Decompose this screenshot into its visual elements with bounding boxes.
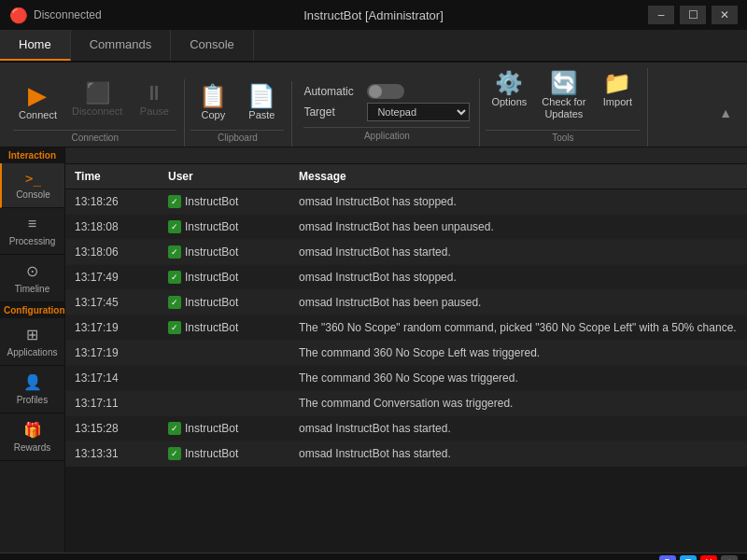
import-icon: 📁 bbox=[603, 72, 631, 94]
row-message: omsad InstructBot has started. bbox=[299, 245, 738, 259]
log-table[interactable]: Time User Message 13:18:26✓InstructBotom… bbox=[65, 164, 747, 553]
copy-button[interactable]: 📋 Copy bbox=[190, 81, 235, 124]
connect-label: Connect bbox=[19, 109, 57, 120]
processing-label: Processing bbox=[9, 236, 55, 246]
sidebar-section-configuration: Configuration bbox=[0, 302, 64, 318]
applications-icon: ⊞ bbox=[26, 326, 38, 343]
row-time: 13:18:08 bbox=[75, 220, 168, 233]
sidebar: Interaction >_ Console ≡ Processing ⊙ Ti… bbox=[0, 147, 65, 553]
row-time: 13:18:26 bbox=[75, 195, 168, 208]
application-group-label: Application bbox=[303, 127, 470, 141]
row-username: InstructBot bbox=[185, 321, 238, 334]
row-user: ✓InstructBot bbox=[168, 220, 299, 233]
row-user: ✓InstructBot bbox=[168, 195, 299, 208]
verified-check-icon: ✓ bbox=[168, 245, 181, 259]
row-username: InstructBot bbox=[185, 195, 238, 208]
pause-icon: ⏸ bbox=[144, 83, 164, 104]
title-bar-title: InstructBot [Administrator] bbox=[303, 8, 444, 22]
row-message: The command 360 No Scope was triggered. bbox=[299, 371, 738, 385]
console-label: Console bbox=[16, 189, 50, 200]
status-bar-icons: D T Y ⚙ bbox=[659, 555, 738, 560]
row-time: 13:13:31 bbox=[75, 447, 168, 460]
table-row: 13:17:11The command Conversation was tri… bbox=[65, 391, 747, 416]
tab-console[interactable]: Console bbox=[171, 30, 254, 61]
check-updates-button[interactable]: 🔄 Check forUpdates bbox=[536, 68, 591, 124]
row-time: 13:17:49 bbox=[75, 271, 168, 284]
check-updates-label: Check forUpdates bbox=[542, 96, 585, 120]
pause-button[interactable]: ⏸ Pause bbox=[132, 79, 176, 124]
row-username: InstructBot bbox=[185, 220, 238, 233]
maximize-button[interactable]: ☐ bbox=[680, 6, 706, 24]
verified-check-icon: ✓ bbox=[168, 447, 181, 460]
verified-check-icon: ✓ bbox=[168, 296, 181, 309]
import-button[interactable]: 📁 Import bbox=[595, 68, 640, 124]
connect-icon: ▶ bbox=[28, 83, 47, 107]
row-message: omsad InstructBot has stopped. bbox=[299, 271, 738, 284]
connect-button[interactable]: ▶ Connect bbox=[13, 79, 63, 124]
row-user: ✓InstructBot bbox=[168, 296, 299, 309]
tools-group-label: Tools bbox=[486, 130, 640, 147]
tab-bar: Home Commands Console bbox=[0, 30, 747, 63]
row-username: InstructBot bbox=[185, 296, 238, 309]
row-time: 13:17:19 bbox=[75, 321, 168, 334]
sidebar-item-rewards[interactable]: 🎁 Rewards bbox=[0, 413, 64, 461]
sidebar-item-console[interactable]: >_ Console bbox=[0, 163, 64, 208]
status-bar: Version 3.2.659 D T Y ⚙ bbox=[0, 553, 747, 560]
row-message: omsad InstructBot has been unpaused. bbox=[299, 220, 738, 233]
row-user: ✓InstructBot bbox=[168, 271, 299, 284]
target-select[interactable]: Notepad Chrome Firefox bbox=[367, 103, 470, 121]
row-username: InstructBot bbox=[185, 245, 238, 259]
ribbon-collapse-arrow[interactable]: ▲ bbox=[719, 105, 738, 147]
title-bar-controls: – ☐ ✕ bbox=[648, 6, 738, 24]
table-row: 13:17:45✓InstructBotomsad InstructBot ha… bbox=[65, 290, 747, 315]
row-time: 13:17:19 bbox=[75, 346, 168, 359]
verified-check-icon: ✓ bbox=[168, 271, 181, 284]
close-button[interactable]: ✕ bbox=[712, 6, 738, 24]
col-message: Message bbox=[299, 170, 738, 183]
youtube-icon[interactable]: Y bbox=[700, 555, 717, 560]
table-row: 13:17:14The command 360 No Scope was tri… bbox=[65, 366, 747, 391]
discord-icon[interactable]: D bbox=[659, 555, 676, 560]
disconnect-button[interactable]: ⬛ Disconnect bbox=[66, 79, 128, 124]
target-row: Target Notepad Chrome Firefox bbox=[303, 103, 470, 121]
tab-home[interactable]: Home bbox=[0, 30, 71, 61]
row-message: The command 360 No Scope Left was trigge… bbox=[299, 346, 738, 359]
row-time: 13:17:11 bbox=[75, 397, 168, 410]
automatic-row: Automatic bbox=[303, 84, 470, 99]
copy-icon: 📋 bbox=[199, 85, 227, 107]
twitter-icon[interactable]: T bbox=[680, 555, 697, 560]
sidebar-item-applications[interactable]: ⊞ Applications bbox=[0, 318, 64, 366]
minimize-button[interactable]: – bbox=[648, 6, 674, 24]
col-time: Time bbox=[75, 170, 168, 183]
table-row: 13:15:28✓InstructBotomsad InstructBot ha… bbox=[65, 416, 747, 441]
table-row: 13:18:26✓InstructBotomsad InstructBot ha… bbox=[65, 189, 747, 215]
options-icon: ⚙️ bbox=[495, 72, 523, 94]
row-message: The command Conversation was triggered. bbox=[299, 397, 738, 410]
verified-check-icon: ✓ bbox=[168, 220, 181, 233]
table-header: Time User Message bbox=[65, 164, 747, 189]
clipboard-buttons: 📋 Copy 📄 Paste bbox=[190, 81, 284, 124]
table-row: 13:18:06✓InstructBotomsad InstructBot ha… bbox=[65, 240, 747, 265]
connection-group-label: Connection bbox=[13, 130, 176, 147]
extra-icon[interactable]: ⚙ bbox=[721, 555, 738, 560]
row-username: InstructBot bbox=[185, 422, 238, 435]
console-header bbox=[65, 147, 747, 164]
row-message: omsad InstructBot has started. bbox=[299, 447, 738, 460]
row-time: 13:18:06 bbox=[75, 245, 168, 259]
tab-commands[interactable]: Commands bbox=[71, 30, 171, 61]
row-user: ✓InstructBot bbox=[168, 447, 299, 460]
toggle-knob bbox=[369, 85, 382, 98]
sidebar-item-timeline[interactable]: ⊙ Timeline bbox=[0, 255, 64, 302]
main-layout: Interaction >_ Console ≡ Processing ⊙ Ti… bbox=[0, 147, 747, 553]
paste-button[interactable]: 📄 Paste bbox=[239, 81, 284, 124]
row-username: InstructBot bbox=[185, 271, 238, 284]
sidebar-item-processing[interactable]: ≡ Processing bbox=[0, 208, 64, 255]
row-user: ✓InstructBot bbox=[168, 422, 299, 435]
title-bar-status: Disconnected bbox=[34, 8, 102, 21]
automatic-toggle[interactable] bbox=[367, 84, 404, 99]
row-user bbox=[168, 397, 299, 410]
row-message: omsad InstructBot has been paused. bbox=[299, 296, 738, 309]
options-button[interactable]: ⚙️ Options bbox=[486, 68, 532, 124]
sidebar-item-profiles[interactable]: 👤 Profiles bbox=[0, 366, 64, 413]
ribbon-clipboard-group: 📋 Copy 📄 Paste Clipboard bbox=[187, 81, 292, 147]
